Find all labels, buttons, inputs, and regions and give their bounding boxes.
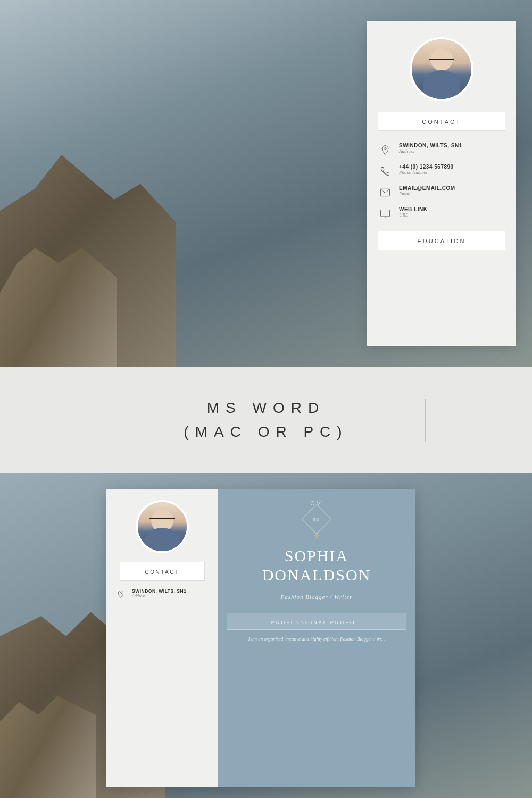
avatar [410,37,473,101]
cv-name-divider [306,589,327,589]
top-section: CONTACT SWINDON, WILTS, SN1 Address +44 … [0,0,532,367]
cv-name-line1: SOPHIA [262,546,371,566]
monogram-diamond: SD [302,504,332,535]
cv-card-top: CONTACT SWINDON, WILTS, SN1 Address +44 … [367,21,516,346]
email-icon [378,185,393,200]
contact-email-text: EMAIL@EMAIL.COM Email [399,185,455,196]
middle-text: MS WORD (MAC OR PC) [184,396,348,444]
education-section-bar: EDUCATION [378,231,505,250]
cv-title: Fashion Blogger / Writer [262,594,371,600]
cv-profile-text: I am an organised, creative and highly e… [246,635,387,643]
contact-phone-row: +44 (0) 1234 567890 Phone Number [367,161,516,182]
avatar-person-bottom [138,502,187,551]
bottom-section: CONTACT SWINDON, WILTS, SN1 Address CV S… [0,473,532,798]
middle-band: MS WORD (MAC OR PC) [0,367,532,473]
svg-rect-1 [381,210,390,217]
contact-address-text: SWINDON, WILTS, SN1 Address [399,143,462,154]
cv-name-line2: DONALDSON [262,566,371,585]
cv-card-bottom: CONTACT SWINDON, WILTS, SN1 Address CV S… [106,489,415,787]
web-icon [378,206,393,221]
middle-line2: (MAC OR PC) [184,420,348,444]
cv-monogram: CV SD ⚡ [306,500,327,541]
contact-address-row-sm: SWINDON, WILTS, SN1 Address [106,586,218,602]
middle-line1: MS WORD [184,396,348,420]
avatar-area [367,21,516,112]
cv-right-panel: CV SD ⚡ SOPHIA DONALDSON Fashion Blogger… [218,489,415,787]
contact-web-row: WEB LINK URL [367,203,516,225]
contact-section-bar-bottom: CONTACT [120,562,205,581]
avatar-person [412,39,471,99]
contact-address-row: SWINDON, WILTS, SN1 Address [367,139,516,161]
address-icon-sm [115,588,127,600]
address-icon [378,143,393,157]
phone-icon [378,164,393,179]
contact-address-text-sm: SWINDON, WILTS, SN1 Address [132,588,186,598]
contact-phone-text: +44 (0) 1234 567890 Phone Number [399,164,454,175]
glasses [429,59,454,60]
cv-name: SOPHIA DONALDSON Fashion Blogger / Write… [262,546,371,609]
avatar-bottom [136,500,189,553]
contact-section-bar: CONTACT [378,112,505,131]
middle-divider [425,399,426,442]
contact-email-row: EMAIL@EMAIL.COM Email [367,182,516,203]
cv-profile-bar: PROFESSIONAL PROFILE [227,613,406,630]
glasses-bottom [149,518,175,519]
contact-web-text: WEB LINK URL [399,206,427,218]
cv-left-panel: CONTACT SWINDON, WILTS, SN1 Address [106,489,218,787]
